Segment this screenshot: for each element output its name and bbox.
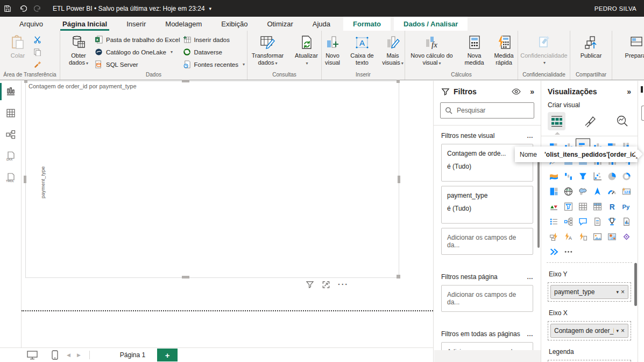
format-visual-tab[interactable]	[581, 112, 598, 130]
collapse-visualizations-icon[interactable]: »	[627, 87, 631, 96]
visualizations-scrollbar[interactable]	[634, 263, 637, 306]
azure-map-icon[interactable]	[590, 184, 605, 199]
purple-diamond-visual-icon[interactable]	[619, 229, 634, 244]
report-canvas[interactable]: Contagem de order_id por payment_type pa…	[22, 81, 433, 347]
resize-handle-right[interactable]	[398, 176, 400, 183]
resize-handle-top-left[interactable]	[24, 80, 27, 83]
list-slicer-icon[interactable]	[547, 214, 561, 229]
report-view-button[interactable]	[0, 81, 22, 102]
prev-page-arrow[interactable]: ◀	[67, 352, 70, 358]
map-icon[interactable]	[561, 184, 576, 199]
new-measure-button[interactable]: Novamedida	[461, 33, 489, 67]
quick-visual-b-icon[interactable]	[576, 229, 590, 244]
power-automate-visual-icon[interactable]	[547, 244, 561, 259]
text-box-button[interactable]: A Caixa detexto	[348, 33, 377, 67]
filters-scrollbar[interactable]	[537, 150, 540, 248]
undo-icon[interactable]	[15, 0, 30, 17]
cut-button[interactable]	[33, 33, 41, 46]
section-more-icon[interactable]: …	[527, 132, 534, 140]
publish-button[interactable]: Publicar	[575, 33, 608, 60]
new-visual-calc-button[interactable]: fx Novo cálculo do visual▾	[405, 33, 459, 67]
onelake-catalog-button[interactable]: Catálogo do OneLake▾	[95, 46, 183, 58]
dataverse-button[interactable]: Dataverse	[183, 46, 245, 58]
funnel-chart-icon[interactable]	[576, 169, 590, 184]
tab-dados-analisar[interactable]: Dados / Analisar	[394, 17, 468, 31]
more-visuals-icon[interactable]	[561, 244, 576, 259]
slicer-icon[interactable]	[561, 199, 576, 214]
tab-formato[interactable]: Formato	[343, 17, 391, 31]
tab-pagina-inicial[interactable]: Página Inicial	[53, 17, 117, 31]
new-visual-button[interactable]: Novovisual	[319, 33, 346, 67]
add-fields-visual-card[interactable]: Adicionar os campos de da...	[441, 228, 533, 255]
more-visuals-button[interactable]: Mais visuais▾	[378, 33, 407, 67]
quick-visual-a-icon[interactable]: A	[561, 229, 576, 244]
smart-narrative-icon[interactable]	[590, 214, 605, 229]
tab-exibicao[interactable]: Exibição	[211, 17, 257, 31]
python-visual-icon[interactable]: Py	[619, 199, 634, 214]
field-pill-payment-type[interactable]: payment_type ▾ ×	[550, 285, 628, 299]
get-data-button[interactable]: Obter dados▾	[62, 33, 95, 67]
refresh-button[interactable]: Atualizar▾	[291, 33, 322, 67]
kpi-icon[interactable]	[547, 199, 561, 214]
filled-map-icon[interactable]	[576, 184, 590, 199]
section-more-icon[interactable]: …	[527, 330, 534, 338]
prepare-button[interactable]: Preparar	[618, 33, 644, 60]
visual-more-options-icon[interactable]: ···	[338, 280, 349, 289]
recent-sources-button[interactable]: Fontes recentes▾	[183, 58, 245, 71]
pill-remove-icon[interactable]: ×	[621, 288, 625, 296]
power-apps-visual-icon[interactable]	[547, 229, 561, 244]
resize-handle-left[interactable]	[24, 176, 26, 183]
model-view-button[interactable]	[0, 124, 22, 145]
pill-chevron-icon[interactable]: ▾	[616, 328, 619, 333]
excel-workbook-button[interactable]: x Pasta de trabalho do Excel	[95, 33, 183, 46]
tab-modelagem[interactable]: Modelagem	[155, 17, 211, 31]
resize-handle-top-center[interactable]	[182, 80, 189, 82]
pill-remove-icon[interactable]: ×	[621, 327, 625, 335]
collapse-filters-icon[interactable]: »	[530, 87, 534, 96]
quick-measure-button[interactable]: Medidarápida	[490, 33, 519, 67]
paste-button[interactable]: Colar	[2, 33, 33, 60]
field-pill-order-count[interactable]: Contagem de order_id ▾ ×	[550, 324, 628, 338]
matrix-icon[interactable]	[590, 199, 605, 214]
desktop-layout-icon[interactable]	[27, 351, 38, 360]
gauge-icon[interactable]	[605, 184, 619, 199]
tab-arquivo[interactable]: Arquivo	[10, 17, 53, 31]
resize-handle-top-right[interactable]	[397, 80, 400, 83]
legend-well[interactable]	[548, 360, 631, 362]
pie-chart-icon[interactable]	[605, 169, 619, 184]
histogram-chart-icon[interactable]	[561, 169, 576, 184]
scatter-chart-icon[interactable]	[590, 169, 605, 184]
qa-visual-icon[interactable]	[576, 214, 590, 229]
metrics-icon[interactable]	[605, 214, 619, 229]
page-tab-pagina-1[interactable]: Página 1	[120, 351, 145, 359]
data-panel-edge[interactable]	[638, 81, 644, 362]
copy-button[interactable]	[33, 46, 41, 58]
add-page-button[interactable]: +	[157, 349, 178, 361]
image-visual-icon[interactable]	[590, 229, 605, 244]
pill-chevron-icon[interactable]: ▾	[616, 289, 619, 295]
visual-filter-icon[interactable]	[306, 281, 314, 289]
resize-handle-bottom-center[interactable]	[182, 276, 189, 279]
treemap-icon[interactable]	[547, 184, 561, 199]
dax-query-view-button[interactable]: DAX	[0, 145, 22, 167]
resize-handle-bottom-right[interactable]	[397, 275, 400, 279]
format-painter-button[interactable]	[33, 58, 41, 71]
save-icon[interactable]	[0, 0, 15, 17]
arcgis-map-icon[interactable]	[605, 229, 619, 244]
add-fields-page-card[interactable]: Adicionar os campos de da...	[441, 285, 533, 312]
paginated-report-icon[interactable]	[619, 214, 634, 229]
tab-otimizar[interactable]: Otimizar	[257, 17, 302, 31]
y-axis-well[interactable]: payment_type ▾ ×	[548, 282, 631, 302]
bar-chart-visual[interactable]: Contagem de order_id por payment_type pa…	[25, 81, 399, 278]
donut-chart-icon[interactable]	[619, 169, 634, 184]
analytics-tab[interactable]	[613, 112, 631, 130]
mobile-layout-icon[interactable]	[52, 350, 58, 360]
build-visual-tab[interactable]	[548, 112, 565, 130]
filter-card-payment-type[interactable]: payment_type é (Tudo)	[441, 186, 533, 224]
tmdl-view-button[interactable]: TMDL	[0, 167, 22, 189]
focus-mode-icon[interactable]	[322, 281, 330, 289]
table-view-button[interactable]	[0, 102, 22, 124]
filters-search-box[interactable]: Pesquisar	[440, 102, 534, 119]
transform-data-button[interactable]: Transformar dados▾	[247, 33, 289, 67]
r-script-visual-icon[interactable]: R	[605, 199, 619, 214]
